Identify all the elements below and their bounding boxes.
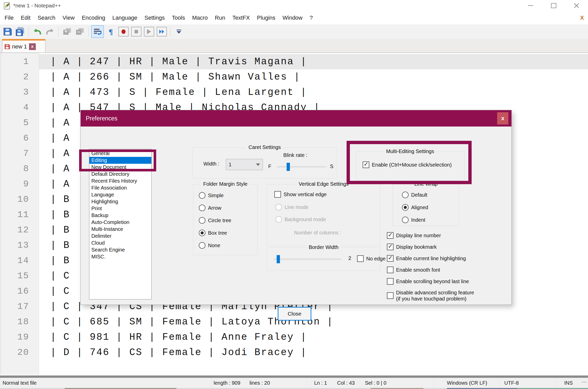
radio-row-box-tree[interactable]: Box tree (199, 230, 231, 236)
category-file-association[interactable]: File Association (89, 184, 151, 191)
radio-row-default[interactable]: Default (402, 192, 428, 198)
menu-item-macro[interactable]: Macro (189, 13, 211, 23)
macro-play-button[interactable] (143, 26, 155, 37)
dialog-close-button[interactable]: x (497, 112, 508, 124)
menu-item-plugins[interactable]: Plugins (253, 13, 279, 23)
show-all-characters-button[interactable]: ¶ (105, 26, 117, 37)
category-search-engine[interactable]: Search Engine (89, 246, 151, 253)
line-number-10[interactable]: 10 (1, 192, 39, 207)
menu-item-language[interactable]: Language (109, 13, 141, 23)
line-number-1[interactable]: 1 (1, 54, 39, 69)
resize-grip[interactable] (580, 382, 588, 384)
show-vertical-edge-row[interactable]: Show vertical edge (274, 191, 327, 198)
checkbox-disable-advanced-scrolling-feature[interactable] (387, 292, 394, 299)
radio-default[interactable] (402, 192, 409, 198)
line-number-17[interactable]: 17 (1, 299, 39, 314)
radio-none[interactable] (199, 242, 205, 249)
editor-line-19[interactable]: | C | 981 | HR | Female | Anne Fraley | (39, 330, 588, 345)
menu-item-file[interactable]: File (1, 13, 17, 23)
checkbox-row-enable-smooth-font[interactable]: Enable smooth font (387, 267, 474, 273)
checkbox-row-disable-advanced-scrolling-feature[interactable]: Disable advanced scrolling feature(if yo… (387, 290, 474, 302)
caret-width-dropdown[interactable]: 1 (226, 159, 263, 170)
radio-circle-tree[interactable] (199, 217, 205, 224)
category-misc[interactable]: MISC. (89, 253, 151, 260)
save-all-button[interactable] (14, 26, 26, 37)
multi-editing-enable-row[interactable]: Enable (Ctrl+Mouse click/selection) (363, 161, 452, 168)
category-backup[interactable]: Backup (89, 212, 151, 219)
category-recent-files-history[interactable]: Recent Files History (89, 178, 151, 184)
line-number-3[interactable]: 3 (1, 85, 39, 100)
category-highlighting[interactable]: Highlighting (89, 198, 151, 205)
zoom-in-button[interactable] (61, 26, 73, 37)
maximize-button[interactable] (542, 0, 565, 11)
radio-arrow[interactable] (199, 205, 205, 211)
menu-item-[interactable]: ? (306, 13, 316, 23)
zoom-out-button[interactable] (74, 26, 86, 37)
toolbar-overflow-button[interactable] (173, 26, 185, 37)
line-number-5[interactable]: 5 (1, 115, 39, 131)
minimize-button[interactable] (519, 0, 542, 11)
dialog-title-bar[interactable]: Preferences x (81, 110, 511, 127)
line-number-19[interactable]: 19 (1, 330, 39, 345)
dialog-close-footer-button[interactable]: Close (278, 307, 311, 321)
line-number-margin[interactable]: 1234567891011121314151617181920 (1, 53, 39, 375)
redo-button[interactable] (44, 26, 56, 37)
show-vertical-edge-checkbox[interactable] (274, 191, 281, 198)
no-edge-checkbox[interactable] (357, 255, 364, 262)
macro-run-multiple-button[interactable] (156, 26, 168, 37)
blink-rate-slider-thumb[interactable] (287, 163, 290, 171)
checkbox-enable-current-line-highlighting[interactable] (387, 255, 394, 262)
menu-item-encoding[interactable]: Encoding (78, 13, 109, 23)
menu-item-tools[interactable]: Tools (168, 13, 189, 23)
blink-rate-slider[interactable] (277, 166, 326, 168)
line-number-18[interactable]: 18 (1, 314, 39, 330)
menu-item-view[interactable]: View (59, 13, 78, 23)
multi-editing-enable-checkbox[interactable] (363, 161, 369, 168)
undo-button[interactable] (31, 26, 43, 37)
line-number-14[interactable]: 14 (1, 253, 39, 268)
editor-line-2[interactable]: | A | 266 | SM | Male | Shawn Valles | (39, 69, 588, 85)
line-number-20[interactable]: 20 (1, 345, 39, 360)
save-button[interactable] (2, 26, 13, 37)
menu-item-run[interactable]: Run (211, 13, 229, 23)
radio-indent[interactable] (402, 217, 409, 223)
line-number-6[interactable]: 6 (1, 131, 39, 146)
menu-item-textfx[interactable]: TextFX (229, 13, 253, 23)
radio-box-tree[interactable] (199, 230, 205, 236)
category-print[interactable]: Print (89, 205, 151, 212)
radio-row-arrow[interactable]: Arrow (199, 205, 231, 211)
menu-item-settings[interactable]: Settings (141, 13, 168, 23)
radio-aligned[interactable] (402, 204, 409, 211)
border-width-slider[interactable] (274, 258, 341, 260)
editor-line-1[interactable]: | A | 247 | HR | Male | Travis Magana | (39, 54, 588, 69)
status-eol-format[interactable]: Windows (CR LF) (434, 378, 499, 388)
category-general[interactable]: General (89, 150, 151, 157)
line-number-15[interactable]: 15 (1, 268, 39, 284)
line-number-13[interactable]: 13 (1, 238, 39, 253)
category-new-document[interactable]: New Document (89, 164, 151, 171)
close-button[interactable] (565, 0, 588, 11)
category-default-directory[interactable]: Default Directory (89, 171, 151, 178)
radio-row-simple[interactable]: Simple (199, 192, 231, 199)
tab-new-1[interactable]: new 1 X (2, 39, 45, 53)
radio-row-indent[interactable]: Indent (402, 217, 428, 223)
checkbox-enable-smooth-font[interactable] (387, 267, 394, 273)
radio-row-aligned[interactable]: Aligned (402, 204, 428, 211)
no-edge-row[interactable]: No edge (357, 255, 386, 262)
radio-simple[interactable] (199, 192, 205, 199)
checkbox-row-enable-scrolling-beyond-last-line[interactable]: Enable scrolling beyond last line (387, 278, 474, 285)
menu-close-x[interactable]: X (580, 15, 584, 21)
line-number-8[interactable]: 8 (1, 161, 39, 177)
menu-item-window[interactable]: Window (279, 13, 306, 23)
word-wrap-button[interactable] (91, 25, 104, 38)
line-number-16[interactable]: 16 (1, 284, 39, 299)
status-insert-mode[interactable]: INS (556, 378, 580, 388)
status-encoding[interactable]: UTF-8 (499, 378, 556, 388)
checkbox-display-line-number[interactable] (387, 232, 394, 239)
category-language[interactable]: Language (89, 191, 151, 198)
line-number-9[interactable]: 9 (1, 177, 39, 192)
checkbox-display-bookmark[interactable] (387, 244, 394, 250)
category-cloud[interactable]: Cloud (89, 240, 151, 246)
border-width-slider-thumb[interactable] (277, 255, 280, 263)
radio-row-none[interactable]: None (199, 242, 231, 249)
